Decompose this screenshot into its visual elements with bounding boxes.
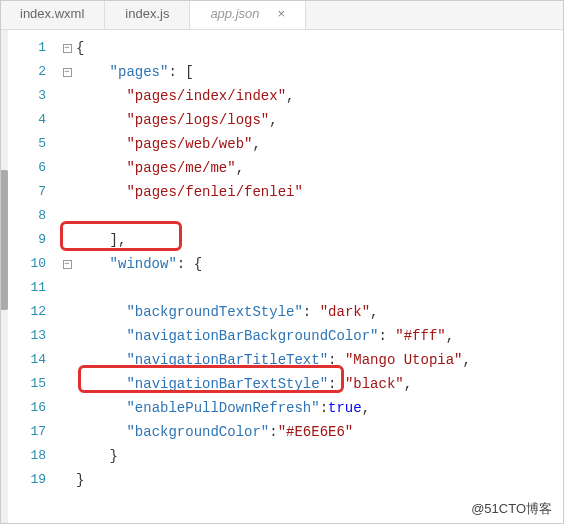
code-editor[interactable]: 12345678910111213141516171819 − − − { "p…	[0, 30, 564, 524]
tab-bar: index.wxml index.js app.json×	[0, 0, 564, 30]
fold-icon[interactable]: −	[63, 68, 72, 77]
line-number-gutter: 12345678910111213141516171819	[8, 30, 58, 524]
fold-gutter: − − −	[58, 30, 76, 524]
code-content[interactable]: { "pages": [ "pages/index/index", "pages…	[76, 30, 564, 524]
tab-app-json[interactable]: app.json×	[190, 0, 306, 29]
tab-index-wxml[interactable]: index.wxml	[0, 0, 105, 29]
fold-icon[interactable]: −	[63, 260, 72, 269]
scrollbar-thumb[interactable]	[0, 170, 8, 310]
scrollbar-track[interactable]	[0, 30, 8, 524]
fold-icon[interactable]: −	[63, 44, 72, 53]
tab-index-js[interactable]: index.js	[105, 0, 190, 29]
watermark: @51CTO博客	[471, 500, 552, 518]
close-icon[interactable]: ×	[278, 6, 286, 21]
